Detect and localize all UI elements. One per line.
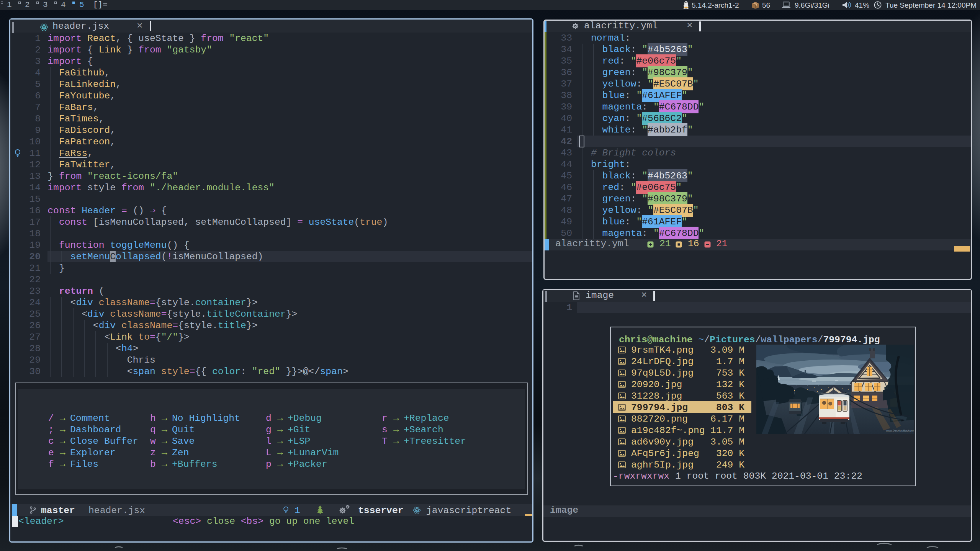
svg-text:www.DesktopBackground.org: www.DesktopBackground.org [885,429,914,432]
